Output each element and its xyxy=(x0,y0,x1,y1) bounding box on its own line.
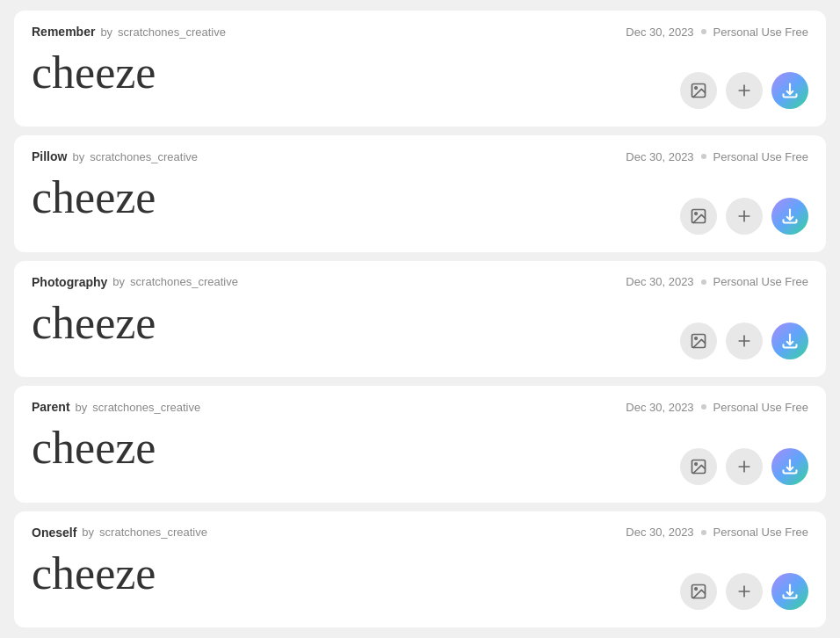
card-author-photography: scratchones_creative xyxy=(130,275,238,288)
add-icon-oneself xyxy=(735,583,753,600)
separator-dot-remember xyxy=(701,29,706,34)
card-author-prefix-oneself: by xyxy=(82,526,94,539)
card-date-remember: Dec 30, 2023 xyxy=(626,25,693,39)
card-title-area-remember: Remember by scratchones_creative xyxy=(32,25,226,39)
font-card-oneself: Oneself by scratchones_creative Dec 30, … xyxy=(14,511,826,627)
card-license-pillow: Personal Use Free xyxy=(713,150,808,163)
image-icon-photography xyxy=(690,332,707,350)
card-meta-remember: Dec 30, 2023 Personal Use Free xyxy=(626,25,808,39)
card-author-prefix-photography: by xyxy=(112,275,125,288)
add-button-remember[interactable] xyxy=(726,72,763,109)
font-card-parent: Parent by scratchones_creative Dec 30, 2… xyxy=(14,386,826,502)
card-meta-photography: Dec 30, 2023 Personal Use Free xyxy=(626,275,808,288)
card-title-oneself: Oneself xyxy=(32,526,76,540)
svg-point-17 xyxy=(695,588,698,591)
add-button-parent[interactable] xyxy=(726,448,763,485)
card-author-prefix-parent: by xyxy=(76,401,88,414)
separator-dot-photography xyxy=(701,279,706,285)
download-button-pillow[interactable] xyxy=(771,198,808,235)
download-icon-remember xyxy=(781,82,799,99)
card-title-photography: Photography xyxy=(32,275,107,289)
image-button-oneself[interactable] xyxy=(680,573,717,610)
download-icon-parent xyxy=(781,458,799,475)
download-button-photography[interactable] xyxy=(771,323,808,359)
card-title-area-oneself: Oneself by scratchones_creative xyxy=(32,526,207,540)
download-button-remember[interactable] xyxy=(771,72,808,109)
card-header-parent: Parent by scratchones_creative Dec 30, 2… xyxy=(32,400,808,414)
add-icon-remember xyxy=(735,82,753,99)
card-author-prefix-remember: by xyxy=(100,25,112,39)
add-icon-photography xyxy=(735,332,753,350)
image-icon-oneself xyxy=(690,583,707,600)
card-header-photography: Photography by scratchones_creative Dec … xyxy=(32,275,808,289)
separator-dot-pillow xyxy=(701,154,706,159)
card-actions-remember xyxy=(680,72,808,109)
card-meta-pillow: Dec 30, 2023 Personal Use Free xyxy=(626,150,808,163)
card-author-pillow: scratchones_creative xyxy=(90,150,198,163)
image-button-photography[interactable] xyxy=(680,323,717,359)
download-button-oneself[interactable] xyxy=(771,573,808,610)
font-card-remember: Remember by scratchones_creative Dec 30,… xyxy=(14,11,826,127)
card-author-parent: scratchones_creative xyxy=(92,401,200,414)
card-header-oneself: Oneself by scratchones_creative Dec 30, … xyxy=(32,526,808,540)
add-button-photography[interactable] xyxy=(726,323,763,359)
svg-point-13 xyxy=(695,462,698,465)
card-title-area-photography: Photography by scratchones_creative xyxy=(32,275,238,289)
card-author-prefix-pillow: by xyxy=(72,150,84,163)
card-title-parent: Parent xyxy=(32,400,70,414)
font-list: Remember by scratchones_creative Dec 30,… xyxy=(0,0,840,638)
add-icon-parent xyxy=(735,458,753,475)
card-header-remember: Remember by scratchones_creative Dec 30,… xyxy=(32,25,808,39)
card-date-parent: Dec 30, 2023 xyxy=(626,401,693,414)
image-icon-remember xyxy=(690,82,707,99)
add-button-oneself[interactable] xyxy=(726,573,763,610)
download-icon-photography xyxy=(781,332,799,350)
card-meta-oneself: Dec 30, 2023 Personal Use Free xyxy=(626,526,808,539)
card-date-oneself: Dec 30, 2023 xyxy=(626,526,693,539)
image-button-pillow[interactable] xyxy=(680,198,717,235)
download-icon-oneself xyxy=(781,583,799,600)
card-meta-parent: Dec 30, 2023 Personal Use Free xyxy=(626,401,808,414)
add-button-pillow[interactable] xyxy=(726,198,763,235)
card-actions-parent xyxy=(680,448,808,485)
card-license-oneself: Personal Use Free xyxy=(713,526,808,539)
card-header-pillow: Pillow by scratchones_creative Dec 30, 2… xyxy=(32,149,808,163)
image-icon-pillow xyxy=(690,207,707,225)
card-date-pillow: Dec 30, 2023 xyxy=(626,150,693,163)
font-card-photography: Photography by scratchones_creative Dec … xyxy=(14,261,826,377)
card-license-parent: Personal Use Free xyxy=(713,401,808,414)
card-title-remember: Remember xyxy=(32,25,95,39)
card-author-remember: scratchones_creative xyxy=(118,25,226,39)
image-button-parent[interactable] xyxy=(680,448,717,485)
card-date-photography: Dec 30, 2023 xyxy=(626,275,693,288)
separator-dot-parent xyxy=(701,404,706,410)
card-license-photography: Personal Use Free xyxy=(713,275,808,288)
font-card-pillow: Pillow by scratchones_creative Dec 30, 2… xyxy=(14,135,826,251)
card-actions-pillow xyxy=(680,198,808,235)
card-title-pillow: Pillow xyxy=(32,149,67,163)
card-title-area-parent: Parent by scratchones_creative xyxy=(32,400,200,414)
svg-point-1 xyxy=(695,87,698,90)
svg-point-5 xyxy=(695,213,698,215)
card-actions-oneself xyxy=(680,573,808,610)
card-actions-photography xyxy=(680,323,808,359)
download-icon-pillow xyxy=(781,207,799,225)
svg-point-9 xyxy=(695,337,698,340)
image-button-remember[interactable] xyxy=(680,72,717,109)
add-icon-pillow xyxy=(735,207,753,225)
download-button-parent[interactable] xyxy=(771,448,808,485)
separator-dot-oneself xyxy=(701,530,706,535)
image-icon-parent xyxy=(690,458,707,475)
card-author-oneself: scratchones_creative xyxy=(99,526,207,539)
card-license-remember: Personal Use Free xyxy=(713,25,808,39)
card-title-area-pillow: Pillow by scratchones_creative xyxy=(32,149,198,163)
